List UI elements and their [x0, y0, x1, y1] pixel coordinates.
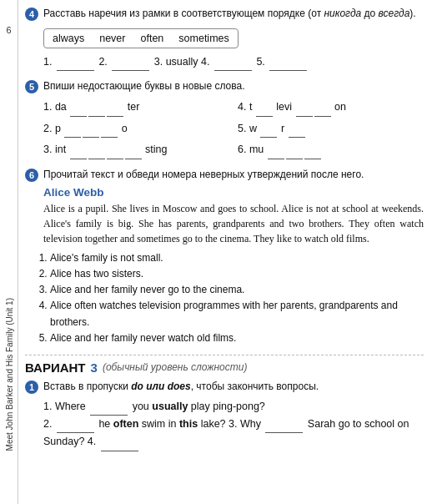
task-v1-block: 1 Вставь в пропуски do или does, чтобы з…: [25, 380, 424, 451]
task-5-number: 5: [25, 80, 38, 93]
task-5-block: 5 Впиши недостающие буквы в новые слова.…: [25, 79, 424, 159]
blank-v1-2[interactable]: [57, 421, 94, 433]
blank-5-1a[interactable]: [70, 105, 87, 117]
blank-v1-3[interactable]: [265, 421, 303, 433]
task-v1-number: 1: [25, 381, 38, 394]
statement-3: Alice and her family never go to the cin…: [50, 282, 424, 298]
side-strip: 6 Meet John Barker and His Family (Unit …: [0, 0, 18, 504]
blank-5-4a[interactable]: [256, 105, 273, 117]
task-5-grid: 1. da ter 4. t levi on 2. p o 5. w r 3. …: [43, 98, 424, 159]
task-4-wordbox: always never often sometimes: [43, 28, 239, 48]
task-6-instruction: Прочитай текст и обведи номера неверных …: [43, 168, 364, 182]
divider: [25, 355, 424, 355]
blank-5-1c[interactable]: [107, 105, 123, 117]
blank-5-4c[interactable]: [314, 105, 331, 117]
task5-item-5: 5. w r: [238, 119, 424, 139]
side-text-container: Meet John Barker and His Family (Unit 1): [4, 298, 13, 454]
statements-list: Alice's family is not small. Alice has t…: [50, 250, 424, 346]
task-5-header: 5 Впиши недостающие буквы в новые слова.: [25, 79, 424, 93]
task-4-fill-line: 1. 2. 3. usually 4. 5.: [43, 53, 424, 71]
blank-5-6c[interactable]: [304, 148, 321, 159]
word-always: always: [53, 33, 84, 44]
statement-4: Alice often watches television programme…: [50, 298, 424, 330]
task5-item-4: 4. t levi on: [238, 98, 424, 117]
blank-4-5[interactable]: [269, 59, 307, 71]
statement-5: Alice and her family never watch old fil…: [50, 330, 424, 346]
task-6-number: 6: [25, 169, 38, 182]
task-v1-text: 1. Where you usually play ping-pong? 2. …: [43, 398, 424, 451]
task5-item-3: 3. int sting: [43, 140, 229, 159]
task-v1-header: 1 Вставь в пропуски do или does, чтобы з…: [25, 380, 424, 394]
variant-label: ВАРИАНТ: [25, 360, 86, 375]
blank-4-4[interactable]: [214, 59, 252, 71]
reading-title: Alice Webb: [43, 186, 424, 199]
side-text: Meet John Barker and His Family (Unit 1): [4, 298, 13, 451]
word-often: often: [141, 33, 164, 44]
blank-v1-4[interactable]: [101, 440, 138, 451]
statement-2: Alice has two sisters.: [50, 266, 424, 282]
blank-v1-1[interactable]: [90, 404, 128, 416]
word-sometimes: sometimes: [178, 33, 229, 44]
variant-number: 3: [91, 360, 98, 375]
task-v1-instruction: Вставь в пропуски do или does, чтобы зак…: [43, 380, 319, 394]
blank-5-2c[interactable]: [101, 126, 118, 138]
blank-5-2a[interactable]: [64, 126, 81, 138]
blank-4-2[interactable]: [112, 59, 149, 71]
blank-5-4b[interactable]: [296, 105, 313, 117]
main-content: 4 Расставь наречия из рамки в соответств…: [18, 0, 432, 504]
task-5-instruction: Впиши недостающие буквы в новые слова.: [43, 79, 244, 93]
blank-5-2b[interactable]: [83, 126, 99, 138]
task5-item-1: 1. da ter: [43, 98, 229, 117]
blank-5-5b[interactable]: [289, 126, 305, 138]
task-4-block: 4 Расставь наречия из рамки в соответств…: [25, 7, 424, 71]
blank-4-1[interactable]: [57, 59, 94, 71]
statement-1: Alice's family is not small.: [50, 250, 424, 266]
blank-5-6b[interactable]: [286, 148, 303, 159]
task5-item-6: 6. mu: [238, 140, 424, 159]
word-never: never: [99, 33, 125, 44]
blank-5-5a[interactable]: [260, 126, 277, 138]
task-4-number: 4: [25, 8, 38, 21]
task-4-instruction: Расставь наречия из рамки в соответствую…: [43, 7, 416, 21]
variant-note: (обычный уровень сложности): [103, 361, 248, 373]
task-6-block: 6 Прочитай текст и обведи номера неверны…: [25, 168, 424, 346]
blank-5-1b[interactable]: [88, 105, 105, 117]
blank-5-3c[interactable]: [107, 148, 123, 159]
blank-5-3a[interactable]: [70, 148, 87, 159]
blank-5-3d[interactable]: [125, 148, 142, 159]
blank-5-6a[interactable]: [268, 148, 284, 159]
page-number: 6: [6, 25, 11, 35]
task5-item-2: 2. p o: [43, 119, 229, 139]
task-6-header: 6 Прочитай текст и обведи номера неверны…: [25, 168, 424, 182]
variant-header: ВАРИАНТ 3 (обычный уровень сложности): [25, 360, 424, 375]
task-4-header: 4 Расставь наречия из рамки в соответств…: [25, 7, 424, 21]
blank-5-3b[interactable]: [88, 148, 105, 159]
reading-text: Alice is a pupil. She lives in Moscow an…: [43, 201, 424, 246]
